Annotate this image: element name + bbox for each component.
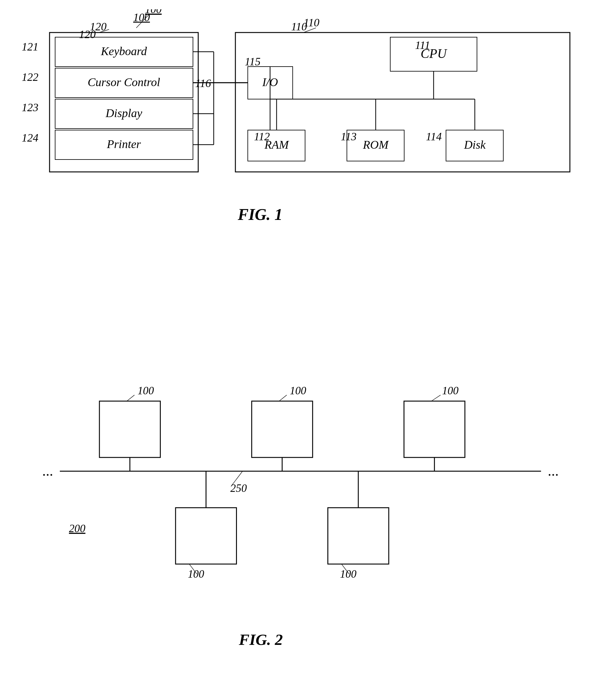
svg-rect-63 [328,508,389,564]
ref-100-top: 100 [133,11,150,24]
ref-120: 120 [79,28,96,41]
svg-text:100: 100 [442,384,458,397]
svg-text:100: 100 [340,568,356,580]
svg-text:ROM: ROM [363,138,389,151]
svg-text:...: ... [548,463,558,479]
page: 100 120 110 121 122 123 124 116 115 111 … [0,0,599,700]
svg-text:Cursor Control: Cursor Control [88,76,160,89]
svg-rect-55 [404,401,465,457]
ref-121: 121 [22,40,39,53]
fig1-container: 100 120 110 121 122 123 124 116 115 111 … [19,9,582,257]
svg-text:FIG. 2: FIG. 2 [239,631,283,648]
svg-text:Display: Display [105,106,142,120]
ref-112: 112 [254,130,270,143]
ref-115: 115 [245,55,260,68]
fig1-svg: Keyboard Cursor Control Display Printer … [19,9,582,257]
fig2-svg: ... ... 100 100 250 100 [19,310,582,675]
svg-line-66 [342,564,349,574]
ref-111: 111 [415,39,430,52]
ref-110: 110 [291,20,307,33]
svg-rect-18 [446,130,503,161]
ref-113: 113 [341,130,356,143]
ref-124: 124 [22,131,39,144]
svg-rect-12 [390,37,477,71]
svg-rect-3 [55,68,193,98]
ref-116: 116 [195,77,211,90]
svg-line-58 [431,395,441,401]
svg-rect-45 [99,401,160,457]
svg-rect-10 [248,67,293,99]
svg-text:100: 100 [138,384,154,397]
ref-114: 114 [426,130,442,143]
svg-line-62 [189,564,197,574]
svg-line-48 [127,395,135,401]
svg-line-39 [99,29,109,32]
svg-rect-9 [235,32,570,172]
fig2-container: ... ... 100 100 250 100 [19,310,582,675]
svg-text:Disk: Disk [464,138,486,151]
svg-text:FIG. 1: FIG. 1 [238,206,282,223]
svg-rect-5 [55,99,193,128]
svg-rect-49 [252,401,313,457]
svg-rect-59 [176,508,236,564]
svg-line-54 [231,471,243,486]
svg-text:100: 100 [188,568,204,580]
svg-rect-7 [55,130,193,159]
svg-rect-1 [55,37,193,67]
svg-text:200: 200 [69,522,85,534]
svg-line-52 [279,395,287,401]
svg-text:I/O: I/O [262,76,278,89]
ref-123: 123 [22,101,39,114]
svg-text:100: 100 [290,384,306,397]
svg-text:Printer: Printer [106,138,141,151]
ref-122: 122 [22,71,39,84]
svg-rect-0 [50,32,198,172]
svg-text:...: ... [42,463,53,479]
svg-text:Keyboard: Keyboard [101,45,147,58]
svg-text:250: 250 [230,482,247,494]
